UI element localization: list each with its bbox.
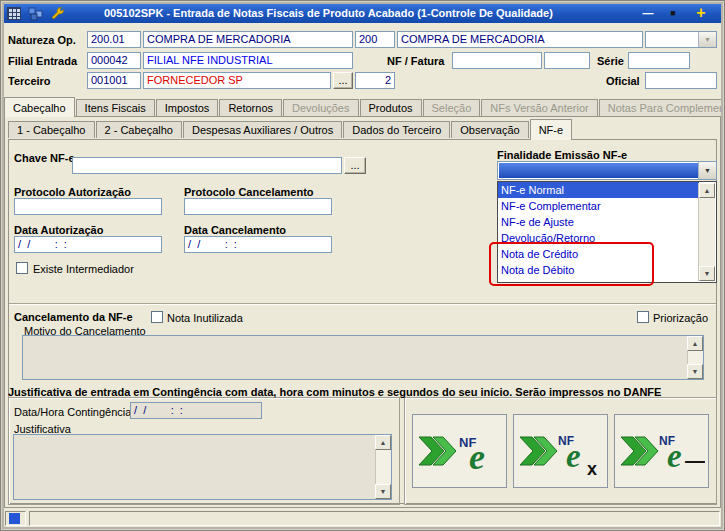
- contingencia-header: Justificativa de entrada em Contingência…: [8, 386, 661, 399]
- nfe-void-button[interactable]: NF e —: [614, 414, 709, 488]
- natureza-desc-field[interactable]: COMPRA DE MERCADORIA: [143, 31, 353, 48]
- modules-icon: [28, 6, 44, 21]
- motivo-cancelamento-textarea: [22, 335, 704, 380]
- tab-devolucoes: Devoluções: [283, 99, 358, 116]
- tab-selecao: Seleção: [423, 99, 481, 116]
- oficial-label: Oficial: [606, 75, 640, 88]
- existe-intermediador-checkbox[interactable]: [16, 262, 28, 274]
- terceiro-lookup-button[interactable]: ...: [333, 72, 353, 89]
- chave-nfe-label: Chave NF-e: [14, 152, 75, 165]
- finalidade-selection-highlight: [499, 163, 699, 178]
- priorizacao-label: Priorização: [653, 312, 708, 325]
- justificativa-scroll-down-icon: [375, 484, 391, 499]
- app-window: 005102SPK - Entrada de Notas Fiscais de …: [0, 0, 725, 531]
- data-hora-contingencia-label: Data/Hora Contingência: [14, 406, 131, 419]
- status-cell-indicator: [5, 511, 26, 526]
- svg-text:x: x: [587, 459, 597, 477]
- priorizacao-checkbox[interactable]: [637, 311, 649, 323]
- tab-retornos[interactable]: Retornos: [219, 99, 282, 116]
- cancelamento-nfe-title: Cancelamento da NF-e: [14, 311, 133, 324]
- motivo-scroll-up-icon: [687, 336, 703, 351]
- tab-observacao[interactable]: Observação: [451, 121, 528, 138]
- svg-text:e: e: [667, 438, 682, 474]
- tab-nfe[interactable]: NF-e: [530, 119, 572, 140]
- chave-nfe-lookup-button[interactable]: ...: [344, 157, 366, 174]
- nf-fatura-label: NF / Fatura: [387, 55, 444, 68]
- annotation-highlight-box: [489, 242, 654, 286]
- existe-intermediador-label: Existe Intermediador: [33, 263, 134, 276]
- main-tab-strip: Cabeçalho Itens Fiscais Impostos Retorno…: [4, 96, 725, 117]
- natureza-desc2-field[interactable]: COMPRA DE MERCADORIA: [397, 31, 643, 48]
- dropdown-scrollbar[interactable]: [698, 183, 715, 281]
- nfe-send-icon: NF e: [417, 421, 503, 481]
- finalidade-dropdown-arrow[interactable]: [698, 162, 716, 179]
- window-title: 005102SPK - Entrada de Notas Fiscais de …: [104, 7, 553, 19]
- svg-text:e: e: [469, 437, 485, 477]
- option-nfe-de-ajuste[interactable]: NF-e de Ajuste: [498, 214, 699, 230]
- option-nfe-normal[interactable]: NF-e Normal: [498, 182, 699, 198]
- oficial-field[interactable]: [645, 72, 717, 89]
- tab-notas-para-complemento: Notas Para Complemento: [599, 99, 725, 116]
- natureza-op-label: Natureza Op.: [8, 34, 76, 47]
- section-divider: [9, 303, 716, 305]
- close-button[interactable]: +: [689, 5, 713, 22]
- tab-despesas-auxiliares[interactable]: Despesas Auxiliares / Outros: [183, 121, 342, 138]
- nfe-void-icon: NF e —: [619, 421, 705, 481]
- dropdown-scroll-down-icon[interactable]: [699, 266, 715, 281]
- dropdown-scroll-up-icon[interactable]: [699, 183, 715, 198]
- tab-1-cabecalho[interactable]: 1 - Cabeçalho: [8, 121, 95, 138]
- maximize-button[interactable]: ■: [661, 5, 685, 22]
- motivo-cancelamento-label: Motivo do Cancelamento: [24, 325, 146, 338]
- status-cell-message: [29, 511, 720, 526]
- svg-text:e: e: [566, 438, 581, 474]
- status-bar: [3, 509, 722, 528]
- data-hora-contingencia-field: / / : :: [130, 402, 262, 419]
- svg-text:—: —: [685, 449, 705, 471]
- justificativa-textarea: [13, 434, 392, 500]
- nfe-send-button[interactable]: NF e: [412, 414, 507, 488]
- finalidade-combobox[interactable]: [497, 161, 717, 180]
- motivo-scroll-down-icon: [687, 364, 703, 379]
- data-cancelamento-field[interactable]: / / : :: [184, 236, 332, 253]
- minimize-button[interactable]: —: [636, 5, 660, 22]
- sub-tab-strip: 1 - Cabeçalho 2 - Cabeçalho Despesas Aux…: [8, 118, 573, 140]
- nf-fatura-field-2[interactable]: [544, 52, 590, 69]
- nota-inutilizada-checkbox[interactable]: [151, 311, 163, 323]
- wrench-icon[interactable]: [50, 6, 66, 21]
- natureza-code2-field[interactable]: 200: [355, 31, 395, 48]
- terceiro-code-field[interactable]: 001001: [87, 72, 141, 89]
- title-bar[interactable]: 005102SPK - Entrada de Notas Fiscais de …: [3, 3, 722, 23]
- justificativa-label: Justificativa: [14, 423, 71, 436]
- tab-nfs-versao-anterior: NFs Versão Anterior: [481, 99, 597, 116]
- serie-field[interactable]: [628, 52, 690, 69]
- protocolo-autorizacao-field[interactable]: [14, 198, 162, 215]
- tab-itens-fiscais[interactable]: Itens Fiscais: [76, 99, 155, 116]
- tab-produtos[interactable]: Produtos: [360, 99, 422, 116]
- natureza-code-field[interactable]: 200.01: [87, 31, 141, 48]
- justificativa-scroll-up-icon: [375, 435, 391, 450]
- tab-dados-do-terceiro[interactable]: Dados do Terceiro: [343, 121, 450, 138]
- chave-nfe-field[interactable]: [72, 157, 342, 174]
- app-grid-icon: [7, 6, 23, 21]
- filial-entrada-label: Filial Entrada: [8, 55, 77, 68]
- tab-2-cabecalho[interactable]: 2 - Cabeçalho: [96, 121, 183, 138]
- option-nfe-complementar[interactable]: NF-e Complementar: [498, 198, 699, 214]
- terceiro-label: Terceiro: [8, 75, 51, 88]
- filial-code-field[interactable]: 000042: [87, 52, 141, 69]
- natureza-tipo-combobox[interactable]: COMPRAS: [645, 31, 717, 48]
- status-indicator-icon: [9, 513, 20, 524]
- data-autorizacao-field[interactable]: / / : :: [14, 236, 162, 253]
- tab-impostos[interactable]: Impostos: [156, 99, 219, 116]
- nfe-cancel-icon: NF e x: [518, 421, 604, 481]
- filial-desc-field[interactable]: FILIAL NFE INDUSTRIAL: [143, 52, 353, 69]
- tab-cabecalho[interactable]: Cabeçalho: [4, 97, 75, 117]
- protocolo-cancelamento-field[interactable]: [184, 198, 332, 215]
- natureza-tipo-dropdown-arrow: [698, 32, 716, 47]
- nota-inutilizada-label: Nota Inutilizada: [167, 312, 243, 325]
- terceiro-seq-field[interactable]: 2: [355, 72, 395, 89]
- terceiro-desc-field[interactable]: FORNECEDOR SP: [143, 72, 331, 89]
- nf-fatura-field[interactable]: [452, 52, 542, 69]
- nfe-cancel-button[interactable]: NF e x: [513, 414, 608, 488]
- serie-label: Série: [597, 55, 624, 68]
